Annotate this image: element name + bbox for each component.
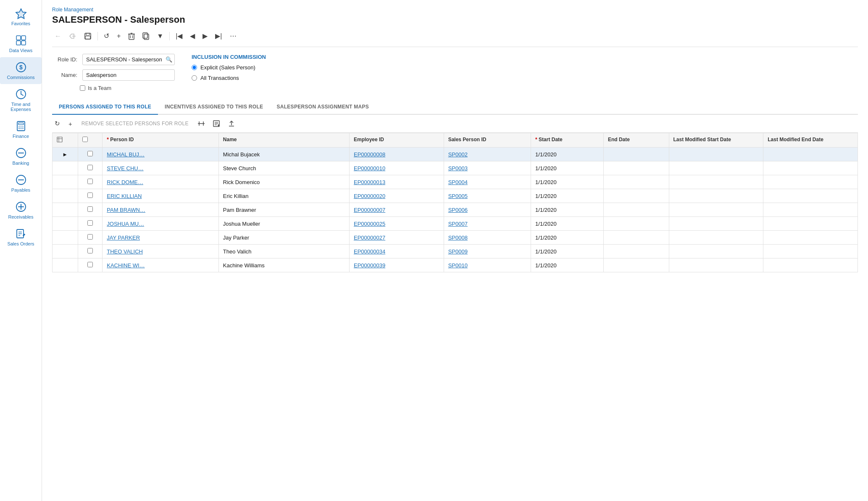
copy-dropdown-button[interactable]: ▼ bbox=[154, 31, 166, 42]
table-row: THEO VALICH Theo Valich EP00000034 SP000… bbox=[53, 245, 858, 258]
role-id-input[interactable] bbox=[82, 54, 175, 65]
filter-button[interactable] bbox=[210, 119, 222, 129]
table-row: KACHINE WI… Kachine Williams EP00000039 … bbox=[53, 258, 858, 272]
sidebar-item-data-views[interactable]: Data Views bbox=[0, 30, 42, 57]
row-checkbox[interactable] bbox=[87, 179, 93, 184]
first-button[interactable]: |◀ bbox=[173, 30, 185, 42]
sales-person-id-link[interactable]: SP0004 bbox=[448, 179, 468, 185]
employee-id-link[interactable]: EP00000010 bbox=[354, 165, 385, 171]
sidebar-item-commissions[interactable]: $ Commissions bbox=[0, 57, 42, 84]
th-end-date: End Date bbox=[603, 133, 669, 148]
person-id-link[interactable]: PAM BRAWN… bbox=[107, 207, 145, 213]
sidebar-item-finance[interactable]: Finance bbox=[0, 116, 42, 143]
sidebar-item-favorites[interactable]: Favorites bbox=[0, 3, 42, 30]
sidebar-item-payables[interactable]: Payables bbox=[0, 170, 42, 197]
sales-person-id-link[interactable]: SP0003 bbox=[448, 165, 468, 171]
employee-id-link[interactable]: EP00000007 bbox=[354, 207, 385, 213]
row-checkbox[interactable] bbox=[87, 206, 93, 212]
person-id-link[interactable]: JOSHUA MU… bbox=[107, 221, 144, 227]
add-button[interactable]: + bbox=[114, 31, 123, 42]
employee-id-link[interactable]: EP00000008 bbox=[354, 151, 385, 158]
sidebar-label-time-expenses: Time and Expenses bbox=[3, 102, 38, 112]
person-id-link[interactable]: JAY PARKER bbox=[107, 235, 140, 241]
last-button[interactable]: ▶| bbox=[213, 30, 224, 42]
commission-all-radio[interactable] bbox=[192, 75, 197, 81]
select-all-checkbox[interactable] bbox=[82, 137, 88, 142]
row-expander[interactable] bbox=[53, 189, 78, 203]
back-button[interactable]: ← bbox=[52, 31, 64, 42]
remove-persons-button[interactable]: REMOVE SELECTED PERSONS FOR ROLE bbox=[78, 119, 192, 128]
sidebar-item-receivables[interactable]: Receivables bbox=[0, 197, 42, 224]
employee-id-link[interactable]: EP00000020 bbox=[354, 193, 385, 199]
is-team-checkbox[interactable] bbox=[80, 85, 85, 91]
start-date-cell: 1/1/2020 bbox=[531, 203, 604, 217]
row-checkbox[interactable] bbox=[87, 151, 93, 156]
employee-id-link[interactable]: EP00000027 bbox=[354, 235, 385, 241]
end-date-cell bbox=[603, 231, 669, 245]
name-input[interactable] bbox=[82, 69, 175, 81]
row-checkbox[interactable] bbox=[87, 234, 93, 240]
employee-id-link[interactable]: EP00000039 bbox=[354, 262, 385, 269]
row-checkbox[interactable] bbox=[87, 220, 93, 226]
row-checkbox[interactable] bbox=[87, 192, 93, 198]
delete-button[interactable] bbox=[126, 31, 137, 42]
tab-persons[interactable]: PERSONS ASSIGNED TO THIS ROLE bbox=[52, 100, 158, 115]
row-checkbox[interactable] bbox=[87, 248, 93, 253]
table-add-button[interactable]: + bbox=[66, 119, 75, 129]
row-expander[interactable] bbox=[53, 217, 78, 231]
back2-button[interactable] bbox=[66, 31, 79, 42]
last-mod-start-cell bbox=[669, 231, 763, 245]
sidebar-item-banking[interactable]: Banking bbox=[0, 143, 42, 170]
save-button[interactable] bbox=[82, 31, 94, 42]
receivables-icon bbox=[14, 201, 28, 214]
th-employee-id: Employee ID bbox=[349, 133, 444, 148]
copy-button[interactable] bbox=[140, 31, 152, 42]
refresh-button[interactable]: ↻ bbox=[52, 118, 63, 129]
next-button[interactable]: ▶ bbox=[200, 30, 210, 42]
tab-maps[interactable]: SALESPERSON ASSIGNMENT MAPS bbox=[270, 100, 376, 115]
employee-id-link[interactable]: EP00000034 bbox=[354, 248, 385, 255]
last-mod-end-cell bbox=[763, 175, 858, 189]
svg-point-15 bbox=[22, 127, 23, 127]
person-id-link[interactable]: RICK DOME… bbox=[107, 179, 143, 185]
row-expander[interactable]: ► bbox=[53, 148, 78, 161]
row-expander[interactable] bbox=[53, 161, 78, 175]
person-id-link[interactable]: STEVE CHU… bbox=[107, 165, 143, 171]
commission-explicit-label[interactable]: Explicit (Sales Person) bbox=[200, 64, 255, 71]
row-expander[interactable] bbox=[53, 203, 78, 217]
is-team-label[interactable]: Is a Team bbox=[88, 85, 111, 91]
row-expander[interactable] bbox=[53, 245, 78, 258]
export-button[interactable] bbox=[226, 119, 237, 129]
person-id-link[interactable]: ERIC KILLIAN bbox=[107, 193, 142, 199]
row-checkbox[interactable] bbox=[87, 262, 93, 267]
sales-person-id-link[interactable]: SP0007 bbox=[448, 221, 468, 227]
undo-button[interactable]: ↺ bbox=[101, 30, 112, 42]
sales-person-id-link[interactable]: SP0010 bbox=[448, 262, 468, 269]
row-expander[interactable] bbox=[53, 231, 78, 245]
sidebar-item-time-expenses[interactable]: Time and Expenses bbox=[0, 84, 42, 116]
row-expander[interactable] bbox=[53, 175, 78, 189]
employee-id-link[interactable]: EP00000013 bbox=[354, 179, 385, 185]
commission-section: INCLUSION IN COMMISSION Explicit (Sales … bbox=[192, 54, 266, 91]
role-id-search-button[interactable]: 🔍 bbox=[166, 56, 172, 63]
person-id-link[interactable]: MICHAL BUJ… bbox=[107, 151, 145, 158]
sales-person-id-link[interactable]: SP0002 bbox=[448, 151, 468, 158]
row-checkbox[interactable] bbox=[87, 165, 93, 170]
commission-all-label[interactable]: All Transactions bbox=[200, 75, 239, 81]
person-id-link[interactable]: THEO VALICH bbox=[107, 248, 143, 255]
person-id-link[interactable]: KACHINE WI… bbox=[107, 262, 145, 269]
employee-id-link[interactable]: EP00000025 bbox=[354, 221, 385, 227]
prev-button[interactable]: ◀ bbox=[187, 30, 197, 42]
sales-person-id-link[interactable]: SP0008 bbox=[448, 235, 468, 241]
banking-icon bbox=[14, 147, 28, 161]
sales-person-id-link[interactable]: SP0006 bbox=[448, 207, 468, 213]
fit-cols-button[interactable] bbox=[195, 119, 207, 128]
sales-person-id-link[interactable]: SP0005 bbox=[448, 193, 468, 199]
breadcrumb[interactable]: Role Management bbox=[52, 7, 858, 13]
row-expander[interactable] bbox=[53, 258, 78, 272]
sales-person-id-link[interactable]: SP0009 bbox=[448, 248, 468, 255]
commission-explicit-radio[interactable] bbox=[192, 65, 197, 70]
tab-incentives[interactable]: INCENTIVES ASSIGNED TO THIS ROLE bbox=[158, 100, 270, 115]
more-button[interactable]: ⋯ bbox=[227, 30, 239, 42]
sidebar-item-sales-orders[interactable]: Sales Orders bbox=[0, 224, 42, 250]
